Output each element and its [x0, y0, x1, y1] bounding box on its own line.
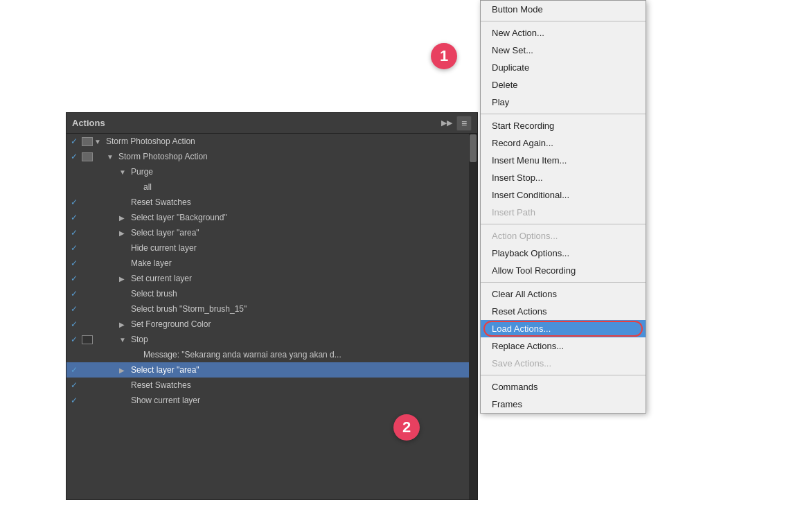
badge-1: 1: [431, 43, 457, 69]
menu-item-play[interactable]: Play: [481, 94, 646, 111]
action-item[interactable]: ✓▶Select layer "area": [66, 225, 477, 240]
action-item[interactable]: ✓Hide current layer: [66, 240, 477, 256]
menu-item-delete[interactable]: Delete: [481, 76, 646, 94]
action-check: ✓: [66, 319, 82, 329]
action-icon: [82, 152, 93, 161]
action-toggle[interactable]: ▼: [119, 336, 129, 344]
action-list: ✓▼Storm Photoshop Action✓▼Storm Photosho…: [66, 134, 477, 408]
action-check: ✓: [66, 289, 82, 299]
badge-2: 2: [393, 414, 420, 441]
menu-separator: [481, 114, 646, 114]
menu-item-insert-path: Insert Path: [481, 204, 646, 221]
action-item[interactable]: ✓Show current layer: [66, 393, 477, 408]
menu-item-insert-menu-item[interactable]: Insert Menu Item...: [481, 152, 646, 169]
menu-item-duplicate[interactable]: Duplicate: [481, 59, 646, 76]
action-check: ✓: [66, 258, 82, 268]
actions-panel: Actions ▶▶ ✓▼Storm Photoshop Action✓▼Sto…: [66, 112, 478, 500]
action-item[interactable]: ✓▶Set Foreground Color: [66, 317, 477, 332]
menu-item-insert-stop[interactable]: Insert Stop...: [481, 169, 646, 186]
action-toggle[interactable]: ▶: [119, 366, 129, 374]
action-label: Set Foreground Color: [129, 319, 477, 329]
action-label: Select brush "Storm_brush_15": [129, 304, 477, 314]
menu-item-action-options: Action Options...: [481, 227, 646, 245]
menu-separator: [481, 282, 646, 283]
action-item[interactable]: ✓Select brush: [66, 286, 477, 301]
action-label: Set current layer: [129, 274, 477, 283]
action-label: Stop: [129, 335, 477, 344]
menu-item-replace-actions[interactable]: Replace Actions...: [481, 337, 646, 355]
action-check: ✓: [66, 380, 82, 390]
action-label: Select brush: [129, 289, 477, 299]
action-label: all: [141, 182, 477, 192]
load-actions-row: Load Actions...: [481, 320, 646, 337]
action-label: Storm Photoshop Action: [116, 152, 477, 161]
action-label: Show current layer: [129, 396, 477, 405]
scrollbar-thumb[interactable]: [470, 134, 477, 162]
menu-item-record-again[interactable]: Record Again...: [481, 134, 646, 152]
action-check: ✓: [66, 335, 82, 344]
action-item[interactable]: ✓Reset Swatches: [66, 378, 477, 393]
action-check: ✓: [66, 197, 82, 207]
action-item[interactable]: Message: "Sekarang anda warnai area yang…: [66, 347, 477, 362]
panel-scrollbar[interactable]: [469, 134, 477, 499]
action-label: Reset Swatches: [129, 197, 477, 207]
menu-separator: [481, 21, 646, 21]
panel-title: Actions: [72, 118, 105, 128]
menu-separator: [481, 224, 646, 224]
action-item[interactable]: ✓▼Storm Photoshop Action: [66, 149, 477, 164]
action-toggle[interactable]: ▶: [119, 321, 129, 328]
action-toggle[interactable]: ▶: [119, 275, 129, 283]
action-check: ✓: [66, 274, 82, 283]
action-item[interactable]: ✓▼Storm Photoshop Action: [66, 134, 477, 149]
menu-item-save-actions: Save Actions...: [481, 355, 646, 372]
action-check: ✓: [66, 396, 82, 405]
menu-item-reset-actions[interactable]: Reset Actions: [481, 303, 646, 320]
action-toggle[interactable]: ▼: [107, 153, 116, 161]
action-item[interactable]: ✓Reset Swatches: [66, 195, 477, 210]
action-label: Purge: [129, 167, 477, 177]
panel-menu-button[interactable]: [456, 116, 472, 131]
menu-item-clear-all-actions[interactable]: Clear All Actions: [481, 285, 646, 303]
panel-header: Actions ▶▶: [66, 113, 477, 134]
action-toggle[interactable]: ▶: [119, 229, 129, 237]
action-check: ✓: [66, 136, 82, 146]
menu-item-frames[interactable]: Frames: [481, 396, 646, 413]
menu-item-start-recording[interactable]: Start Recording: [481, 117, 646, 134]
action-check: ✓: [66, 213, 82, 222]
action-check: ✓: [66, 152, 82, 161]
action-item[interactable]: ✓Select brush "Storm_brush_15": [66, 301, 477, 317]
menu-item-commands[interactable]: Commands: [481, 378, 646, 396]
menu-separator: [481, 375, 646, 375]
action-label: Select layer "area": [129, 228, 477, 238]
action-item[interactable]: ✓Make layer: [66, 256, 477, 271]
menu-item-load-actions[interactable]: Load Actions...: [481, 320, 646, 337]
action-check: ✓: [66, 243, 82, 253]
action-label: Select layer "Background": [129, 213, 477, 222]
action-label: Hide current layer: [129, 243, 477, 253]
menu-item-button-mode[interactable]: Button Mode: [481, 1, 646, 18]
action-item[interactable]: ✓▼Stop: [66, 332, 477, 347]
action-icon: [82, 335, 93, 344]
action-label: Message: "Sekarang anda warnai area yang…: [141, 350, 477, 360]
menu-item-new-set[interactable]: New Set...: [481, 42, 646, 59]
menu-item-new-action[interactable]: New Action...: [481, 24, 646, 42]
action-label: Reset Swatches: [129, 380, 477, 390]
action-check: ✓: [66, 365, 82, 375]
action-item[interactable]: ✓▶Set current layer: [66, 271, 477, 286]
action-item[interactable]: all: [66, 179, 477, 195]
menu-item-allow-tool-recording[interactable]: Allow Tool Recording: [481, 262, 646, 279]
action-check: ✓: [66, 304, 82, 314]
action-item[interactable]: ▼Purge: [66, 164, 477, 179]
action-item[interactable]: ✓▶Select layer "Background": [66, 210, 477, 225]
action-label: Storm Photoshop Action: [104, 136, 477, 146]
action-item[interactable]: ✓▶Select layer "area": [66, 362, 477, 378]
action-toggle[interactable]: ▶: [119, 214, 129, 222]
menu-item-insert-conditional[interactable]: Insert Conditional...: [481, 186, 646, 204]
menu-item-playback-options[interactable]: Playback Options...: [481, 245, 646, 262]
action-label: Make layer: [129, 258, 477, 268]
action-check: ✓: [66, 228, 82, 238]
panel-header-right: ▶▶: [441, 116, 472, 131]
action-toggle[interactable]: ▼: [94, 138, 104, 145]
action-toggle[interactable]: ▼: [119, 168, 129, 176]
panel-arrows: ▶▶: [441, 118, 452, 127]
